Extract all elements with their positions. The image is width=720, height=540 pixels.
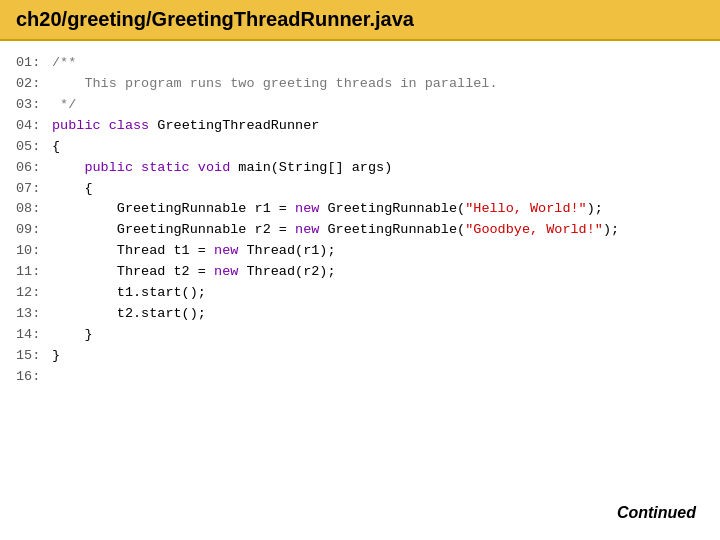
- line-number: 14:: [16, 325, 52, 346]
- line-number: 11:: [16, 262, 52, 283]
- line-content: public static void main(String[] args): [52, 158, 392, 179]
- code-line: 09: GreetingRunnable r2 = new GreetingRu…: [16, 220, 704, 241]
- code-line: 05:{: [16, 137, 704, 158]
- code-line: 03: */: [16, 95, 704, 116]
- code-line: 07: {: [16, 179, 704, 200]
- line-content: }: [52, 346, 60, 367]
- code-segment: GreetingThreadRunner: [157, 118, 319, 133]
- code-segment: public static void: [52, 160, 238, 175]
- code-segment: GreetingRunnable(: [327, 201, 465, 216]
- code-segment: GreetingRunnable r1 =: [52, 201, 295, 216]
- code-line: 08: GreetingRunnable r1 = new GreetingRu…: [16, 199, 704, 220]
- code-line: 14: }: [16, 325, 704, 346]
- line-number: 09:: [16, 220, 52, 241]
- line-content: }: [52, 325, 93, 346]
- code-segment: }: [52, 327, 93, 342]
- line-number: 03:: [16, 95, 52, 116]
- code-segment: new: [214, 264, 246, 279]
- code-segment: );: [587, 201, 603, 216]
- line-content: GreetingRunnable r1 = new GreetingRunnab…: [52, 199, 603, 220]
- code-line: 13: t2.start();: [16, 304, 704, 325]
- code-area: 01:/**02: This program runs two greeting…: [0, 41, 720, 400]
- code-segment: new: [295, 222, 327, 237]
- code-segment: GreetingRunnable(: [327, 222, 465, 237]
- line-number: 08:: [16, 199, 52, 220]
- code-segment: main(String[] args): [238, 160, 392, 175]
- title-bar: ch20/greeting/GreetingThreadRunner.java: [0, 0, 720, 41]
- line-content: t2.start();: [52, 304, 206, 325]
- line-number: 10:: [16, 241, 52, 262]
- code-line: 01:/**: [16, 53, 704, 74]
- line-number: 06:: [16, 158, 52, 179]
- line-number: 15:: [16, 346, 52, 367]
- code-segment: This program runs two greeting threads i…: [52, 76, 498, 91]
- code-line: 04:public class GreetingThreadRunner: [16, 116, 704, 137]
- code-segment: */: [52, 97, 76, 112]
- line-content: Thread t1 = new Thread(r1);: [52, 241, 336, 262]
- code-line: 11: Thread t2 = new Thread(r2);: [16, 262, 704, 283]
- line-content: {: [52, 137, 60, 158]
- code-segment: }: [52, 348, 60, 363]
- code-line: 06: public static void main(String[] arg…: [16, 158, 704, 179]
- code-segment: t2.start();: [52, 306, 206, 321]
- code-line: 12: t1.start();: [16, 283, 704, 304]
- line-content: */: [52, 95, 76, 116]
- line-number: 12:: [16, 283, 52, 304]
- code-segment: Thread(r2);: [246, 264, 335, 279]
- line-number: 01:: [16, 53, 52, 74]
- line-content: /**: [52, 53, 76, 74]
- line-number: 04:: [16, 116, 52, 137]
- code-segment: new: [295, 201, 327, 216]
- code-segment: Thread(r1);: [246, 243, 335, 258]
- code-line: 16:: [16, 367, 704, 388]
- code-segment: Thread t1 =: [52, 243, 214, 258]
- line-number: 16:: [16, 367, 52, 388]
- code-segment: );: [603, 222, 619, 237]
- code-segment: t1.start();: [52, 285, 206, 300]
- code-segment: new: [214, 243, 246, 258]
- code-segment: Thread t2 =: [52, 264, 214, 279]
- continued-label: Continued: [617, 504, 696, 522]
- line-number: 02:: [16, 74, 52, 95]
- code-line: 10: Thread t1 = new Thread(r1);: [16, 241, 704, 262]
- code-segment: public class: [52, 118, 157, 133]
- code-segment: {: [52, 139, 60, 154]
- line-content: t1.start();: [52, 283, 206, 304]
- code-segment: /**: [52, 55, 76, 70]
- line-content: This program runs two greeting threads i…: [52, 74, 498, 95]
- code-line: 15:}: [16, 346, 704, 367]
- page-title: ch20/greeting/GreetingThreadRunner.java: [16, 8, 704, 31]
- line-content: {: [52, 179, 93, 200]
- code-segment: GreetingRunnable r2 =: [52, 222, 295, 237]
- line-content: public class GreetingThreadRunner: [52, 116, 319, 137]
- line-number: 07:: [16, 179, 52, 200]
- code-segment: {: [52, 181, 93, 196]
- line-content: Thread t2 = new Thread(r2);: [52, 262, 336, 283]
- code-line: 02: This program runs two greeting threa…: [16, 74, 704, 95]
- code-segment: "Goodbye, World!": [465, 222, 603, 237]
- line-number: 05:: [16, 137, 52, 158]
- code-segment: "Hello, World!": [465, 201, 587, 216]
- line-content: GreetingRunnable r2 = new GreetingRunnab…: [52, 220, 619, 241]
- line-number: 13:: [16, 304, 52, 325]
